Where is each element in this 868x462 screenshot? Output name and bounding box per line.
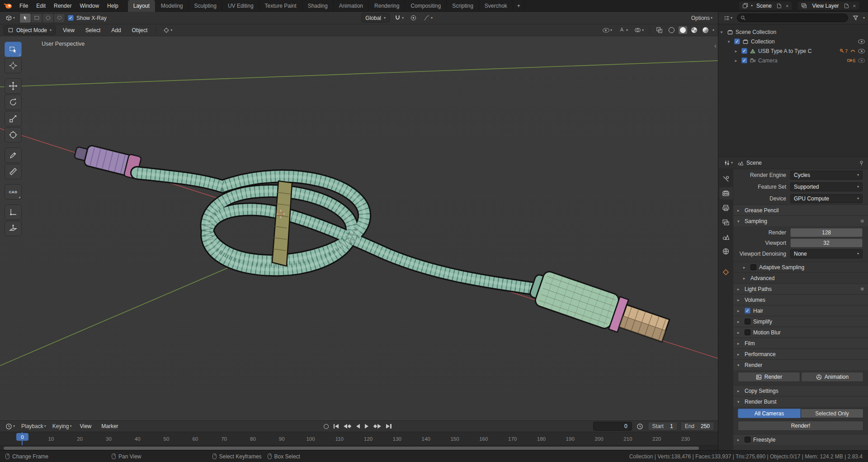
render-burst-button[interactable]: Render! <box>738 421 863 431</box>
region-collapse-arrow[interactable]: ‹ <box>714 42 717 49</box>
section-render-burst[interactable]: ▾Render Burst <box>733 396 868 407</box>
panel-menu-icon[interactable]: ≡ <box>860 286 864 292</box>
simplify-checkbox[interactable] <box>745 319 750 324</box>
viewport-3d[interactable]: CAD User Perspective ‹ <box>0 36 718 420</box>
section-motion-blur[interactable]: ▸Motion Blur <box>733 327 868 338</box>
section-render[interactable]: ▾Render <box>733 359 868 370</box>
workspace-tab-sverchok[interactable]: Sverchok <box>479 0 513 12</box>
frame-ruler[interactable]: 0102030405060708090100110120130140150160… <box>0 432 718 445</box>
section-adaptive-sampling[interactable]: ▸Adaptive Sampling <box>733 262 868 272</box>
collection-checkbox[interactable] <box>734 38 740 44</box>
new-scene-button[interactable] <box>775 3 783 9</box>
section-freestyle[interactable]: ▸Freestyle <box>733 434 868 445</box>
proportional-editing-icon[interactable] <box>408 14 419 22</box>
scale-tool[interactable] <box>5 111 22 126</box>
editor-type-select[interactable]: ▾ <box>4 14 17 22</box>
outliner-row-collection[interactable]: ▾ Collection <box>718 37 868 46</box>
scrollbar-thumb[interactable] <box>4 447 699 450</box>
section-grease-pencil[interactable]: ▸Grease Pencil <box>733 205 868 215</box>
shading-solid-button[interactable] <box>679 26 687 34</box>
workspace-tab-animation[interactable]: Animation <box>334 0 369 12</box>
playhead[interactable]: 0 <box>16 433 28 441</box>
select-mode-circle-button[interactable] <box>42 14 53 23</box>
section-sampling[interactable]: ▾Sampling≡ <box>733 215 868 226</box>
expand-icon[interactable]: ▸ <box>733 49 739 53</box>
playback-menu[interactable]: Playback▾ <box>19 422 48 430</box>
scene-name[interactable]: Scene <box>754 3 774 9</box>
outliner-editor-type-select[interactable]: ▾ <box>722 14 734 22</box>
transform-tool[interactable] <box>5 127 22 143</box>
render-samples-field[interactable]: 128 <box>790 228 863 237</box>
measure-tool[interactable] <box>5 164 22 179</box>
select-mode-lasso-button[interactable] <box>54 14 65 23</box>
viewport-menu-select[interactable]: Select <box>82 26 104 34</box>
jump-end-button[interactable] <box>386 424 392 429</box>
shading-rendered-button[interactable] <box>701 26 710 34</box>
workspace-tab-layout[interactable]: Layout <box>128 0 156 12</box>
show-overlays-menu[interactable]: ▾ <box>632 26 646 34</box>
expand-icon[interactable]: ▾ <box>718 30 725 34</box>
render-engine-select[interactable]: Cycles▾ <box>790 171 863 180</box>
section-light-paths[interactable]: ▸Light Paths≡ <box>733 283 868 294</box>
viewport-denoising-select[interactable]: None▾ <box>790 249 863 258</box>
tab-output-properties[interactable] <box>719 202 733 214</box>
select-mode-tweak-button[interactable] <box>20 14 31 23</box>
chevron-down-icon[interactable]: ▾ <box>863 16 865 20</box>
workspace-tab-modeling[interactable]: Modeling <box>156 0 189 12</box>
expand-icon[interactable]: ▾ <box>726 39 732 44</box>
section-film[interactable]: ▸Film <box>733 338 868 348</box>
all-cameras-button[interactable]: All Cameras <box>738 409 801 418</box>
snap-magnet-icon[interactable]: ▾ <box>392 14 406 22</box>
menu-window[interactable]: Window <box>75 1 103 11</box>
menu-render[interactable]: Render <box>50 1 75 11</box>
options-menu[interactable]: Options ▾ <box>689 14 714 22</box>
expand-icon[interactable]: ▸ <box>733 58 739 63</box>
use-preview-range-button[interactable] <box>635 422 645 431</box>
jump-start-button[interactable] <box>334 424 339 429</box>
blender-logo-icon[interactable] <box>4 3 13 9</box>
tab-object-properties[interactable] <box>719 266 733 278</box>
show-xray-checkbox[interactable] <box>68 15 74 21</box>
workspace-tab-shading[interactable]: Shading <box>302 0 334 12</box>
render-button[interactable]: Render <box>738 372 800 382</box>
object-visibility-menu[interactable]: ▾ <box>601 27 614 33</box>
eye-icon[interactable] <box>858 58 865 63</box>
viewport-samples-field[interactable]: 32 <box>790 238 863 248</box>
toggle-xray-button[interactable] <box>654 26 665 34</box>
view-layer-name[interactable]: View Layer <box>810 3 841 9</box>
select-box-tool[interactable] <box>5 42 22 57</box>
menu-help[interactable]: Help <box>103 1 123 11</box>
keying-menu[interactable]: Keying▾ <box>51 422 74 430</box>
section-performance[interactable]: ▸Performance <box>733 348 868 359</box>
annotate-tool[interactable] <box>5 148 22 163</box>
usb-cable[interactable] <box>137 173 541 290</box>
hair-checkbox[interactable] <box>745 308 750 314</box>
device-select[interactable]: GPU Compute▾ <box>790 194 863 203</box>
adaptive-sampling-checkbox[interactable] <box>750 264 756 270</box>
outliner-row-camera[interactable]: ▸ Camera 6 <box>718 56 868 65</box>
cad-plane-tool[interactable] <box>5 221 22 236</box>
freestyle-checkbox[interactable] <box>745 437 750 443</box>
selected-only-button[interactable]: Selected Only <box>801 409 863 418</box>
browse-scene-icon[interactable] <box>741 3 750 9</box>
panel-menu-icon[interactable]: ≡ <box>860 218 864 224</box>
object-mode-select[interactable]: Object Mode ▾ <box>4 25 56 35</box>
viewport-menu-object[interactable]: Object <box>128 26 151 34</box>
remove-scene-button[interactable]: × <box>784 3 790 9</box>
section-volumes[interactable]: ▸Volumes <box>733 294 868 305</box>
timeline-marker-menu[interactable]: Marker <box>98 422 122 430</box>
usb-a-connector[interactable] <box>527 268 671 348</box>
timeline-scrollbar[interactable] <box>0 445 718 450</box>
tab-world-properties[interactable] <box>719 245 733 257</box>
transform-pivot-icon[interactable]: ▾ <box>161 26 174 34</box>
outliner-row-scene-collection[interactable]: ▾ Scene Collection <box>718 27 868 37</box>
workspace-tab-uv-editing[interactable]: UV Editing <box>222 0 259 12</box>
workspace-tab-texture-paint[interactable]: Texture Paint <box>259 0 302 12</box>
eye-icon[interactable] <box>858 39 865 44</box>
viewport-menu-view[interactable]: View <box>59 26 78 34</box>
outliner-filter-icon[interactable] <box>851 14 860 22</box>
frame-start-field[interactable]: Start1 <box>648 422 678 431</box>
prev-keyframe-button[interactable] <box>344 424 351 429</box>
outliner-row-usb-object[interactable]: ▸ USB Type A to Type C 7 <box>718 46 868 56</box>
eye-icon[interactable] <box>858 49 865 53</box>
